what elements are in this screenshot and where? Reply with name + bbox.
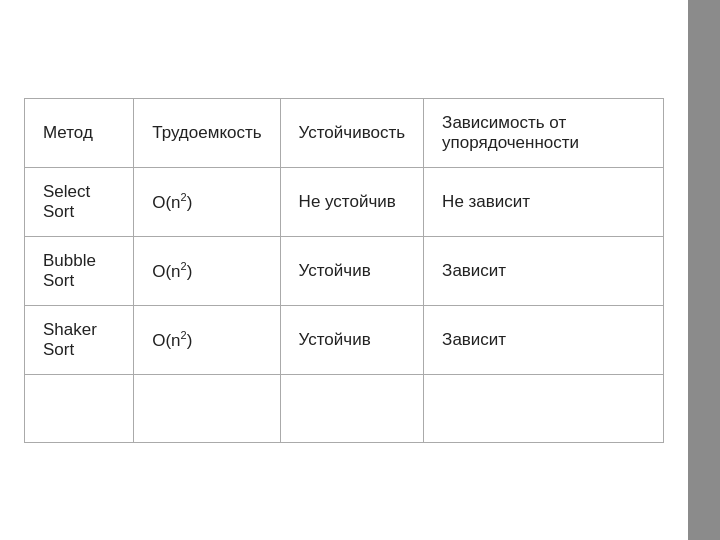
cell-stability-1: Устойчив	[280, 236, 424, 305]
table-row: Shaker Sort O(n2) Устойчив Зависит	[25, 305, 664, 374]
cell-complexity-1: O(n2)	[134, 236, 280, 305]
cell-stability-2: Устойчив	[280, 305, 424, 374]
page-wrapper: Метод Трудоемкость Устойчивость Зависимо…	[0, 0, 720, 540]
cell-method-2: Shaker Sort	[25, 305, 134, 374]
cell-empty-0	[25, 374, 134, 442]
header-dependency: Зависимость от упорядоченности	[424, 98, 664, 167]
cell-empty-3	[424, 374, 664, 442]
cell-method-1: Bubble Sort	[25, 236, 134, 305]
table-row-empty	[25, 374, 664, 442]
table-container: Метод Трудоемкость Устойчивость Зависимо…	[24, 98, 664, 443]
cell-complexity-2: O(n2)	[134, 305, 280, 374]
cell-dependency-1: Зависит	[424, 236, 664, 305]
table-row: Bubble Sort O(n2) Устойчив Зависит	[25, 236, 664, 305]
cell-method-0: Select Sort	[25, 167, 134, 236]
cell-dependency-0: Не зависит	[424, 167, 664, 236]
comparison-table: Метод Трудоемкость Устойчивость Зависимо…	[24, 98, 664, 443]
cell-empty-2	[280, 374, 424, 442]
header-method: Метод	[25, 98, 134, 167]
cell-dependency-2: Зависит	[424, 305, 664, 374]
table-row: Select Sort O(n2) Не устойчив Не зависит	[25, 167, 664, 236]
cell-empty-1	[134, 374, 280, 442]
cell-complexity-0: O(n2)	[134, 167, 280, 236]
cell-stability-0: Не устойчив	[280, 167, 424, 236]
header-complexity: Трудоемкость	[134, 98, 280, 167]
header-stability: Устойчивость	[280, 98, 424, 167]
